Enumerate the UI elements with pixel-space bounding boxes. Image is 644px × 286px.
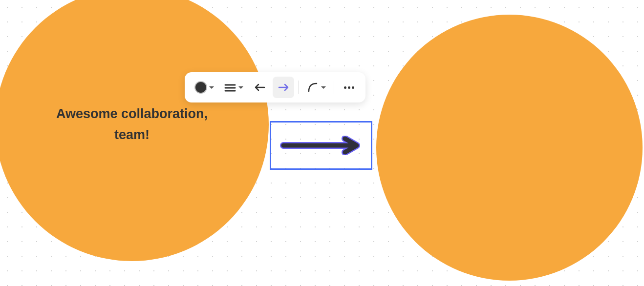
circle-shape-left[interactable]: Awesome collaboration, team! [0,0,269,261]
shape-toolbar [185,72,365,102]
corner-style-button[interactable] [302,77,330,98]
line-weight-icon [224,81,236,94]
rounded-corner-icon [306,81,319,94]
toolbar-divider [298,81,299,94]
color-swatch-icon [194,81,207,94]
more-icon [344,86,354,89]
circle-left-text[interactable]: Awesome collaboration, team! [39,103,225,145]
arrow-shape[interactable] [279,136,363,155]
arrow-left-icon [254,81,266,94]
selection-box[interactable] [270,121,372,170]
chevron-down-icon [238,86,243,89]
chevron-down-icon [321,86,326,89]
toolbar-divider [334,81,334,94]
more-options-button[interactable] [338,77,360,98]
arrow-start-button[interactable] [249,77,271,98]
line-style-button[interactable] [220,77,247,98]
arrow-right-icon [277,81,290,94]
chevron-down-icon [209,86,214,89]
circle-shape-right[interactable] [376,15,643,281]
arrow-end-button[interactable] [273,77,294,98]
color-picker-button[interactable] [191,77,218,98]
